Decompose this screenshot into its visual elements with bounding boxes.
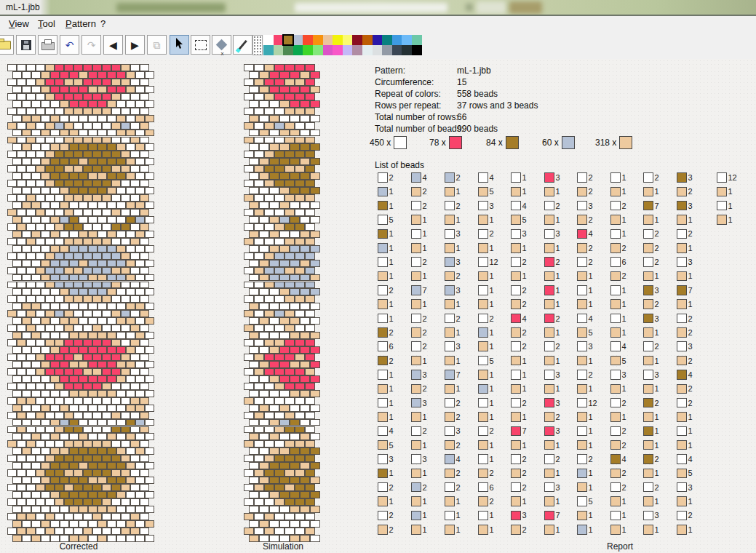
bead-cell[interactable] bbox=[69, 143, 79, 151]
bead-cell[interactable] bbox=[305, 339, 315, 346]
bead-cell[interactable] bbox=[244, 93, 254, 100]
bead-cell[interactable] bbox=[300, 390, 310, 397]
bead-cell[interactable] bbox=[126, 216, 135, 223]
bead-cell[interactable] bbox=[305, 426, 315, 434]
bead-cell[interactable] bbox=[69, 332, 79, 339]
bead-cell[interactable] bbox=[41, 158, 50, 165]
bead-cell[interactable] bbox=[55, 209, 64, 216]
bead-cell[interactable] bbox=[22, 332, 31, 339]
bead-cell[interactable] bbox=[259, 419, 269, 426]
bead-cell[interactable] bbox=[31, 419, 41, 426]
bead-cell[interactable] bbox=[285, 325, 295, 332]
bead-cell[interactable] bbox=[116, 231, 126, 238]
bead-cell[interactable] bbox=[17, 64, 26, 71]
bead-cell[interactable] bbox=[22, 535, 31, 542]
bead-cell[interactable] bbox=[45, 93, 55, 100]
bead-cell[interactable] bbox=[107, 71, 116, 79]
bead-cell[interactable] bbox=[26, 383, 36, 390]
bead-cell[interactable] bbox=[295, 397, 305, 405]
bead-cell[interactable] bbox=[285, 137, 295, 144]
bead-cell[interactable] bbox=[83, 151, 92, 158]
bead-cell[interactable] bbox=[45, 108, 55, 115]
palette-swatch[interactable] bbox=[382, 45, 392, 55]
bead-cell[interactable] bbox=[26, 455, 36, 462]
bead-cell[interactable] bbox=[244, 295, 254, 303]
bead-cell[interactable] bbox=[274, 282, 285, 289]
bead-cell[interactable] bbox=[12, 216, 22, 223]
bead-cell[interactable] bbox=[88, 462, 98, 469]
bead-cell[interactable] bbox=[126, 361, 135, 368]
bead-cell[interactable] bbox=[295, 426, 305, 434]
bead-cell[interactable] bbox=[60, 274, 69, 282]
bead-cell[interactable] bbox=[264, 412, 274, 419]
bead-cell[interactable] bbox=[111, 137, 121, 144]
bead-cell[interactable] bbox=[249, 71, 259, 79]
bead-cell[interactable] bbox=[295, 528, 305, 535]
bead-cell[interactable] bbox=[264, 368, 274, 375]
bead-cell[interactable] bbox=[305, 354, 315, 361]
bead-cell[interactable] bbox=[92, 383, 102, 390]
bead-cell[interactable] bbox=[249, 433, 259, 440]
bead-cell[interactable] bbox=[121, 383, 130, 390]
bead-cell[interactable] bbox=[50, 346, 60, 354]
bead-cell[interactable] bbox=[98, 390, 107, 397]
bead-cell[interactable] bbox=[244, 238, 254, 245]
bead-cell[interactable] bbox=[111, 368, 121, 375]
bead-cell[interactable] bbox=[244, 397, 254, 405]
bead-cell[interactable] bbox=[107, 172, 116, 180]
bead-cell[interactable] bbox=[269, 447, 279, 455]
bead-cell[interactable] bbox=[98, 506, 107, 513]
bead-cell[interactable] bbox=[83, 528, 92, 535]
bead-cell[interactable] bbox=[83, 412, 92, 419]
bead-cell[interactable] bbox=[83, 252, 92, 260]
bead-cell[interactable] bbox=[107, 202, 116, 209]
bead-cell[interactable] bbox=[135, 143, 145, 151]
bead-cell[interactable] bbox=[17, 383, 26, 390]
bead-cell[interactable] bbox=[269, 245, 279, 252]
bead-cell[interactable] bbox=[145, 303, 154, 310]
bead-cell[interactable] bbox=[31, 143, 41, 151]
bead-cell[interactable] bbox=[126, 274, 135, 282]
bead-cell[interactable] bbox=[135, 245, 145, 252]
bead-cell[interactable] bbox=[111, 325, 121, 332]
bead-cell[interactable] bbox=[259, 260, 269, 267]
bead-cell[interactable] bbox=[88, 274, 98, 282]
bead-cell[interactable] bbox=[36, 64, 45, 71]
bead-cell[interactable] bbox=[135, 332, 145, 339]
bead-cell[interactable] bbox=[41, 346, 50, 354]
bead-cell[interactable] bbox=[130, 455, 140, 462]
select-tool-button[interactable] bbox=[191, 35, 210, 55]
bead-cell[interactable] bbox=[279, 143, 290, 151]
bead-cell[interactable] bbox=[244, 64, 254, 71]
bead-cell[interactable] bbox=[22, 303, 31, 310]
bead-cell[interactable] bbox=[130, 397, 140, 405]
bead-cell[interactable] bbox=[41, 375, 50, 383]
bead-cell[interactable] bbox=[310, 375, 320, 383]
bead-cell[interactable] bbox=[88, 346, 98, 354]
bead-cell[interactable] bbox=[88, 332, 98, 339]
bead-cell[interactable] bbox=[98, 115, 107, 122]
bead-cell[interactable] bbox=[60, 462, 69, 469]
bead-cell[interactable] bbox=[55, 64, 64, 71]
bead-cell[interactable] bbox=[17, 339, 26, 346]
bead-cell[interactable] bbox=[285, 455, 295, 462]
bead-cell[interactable] bbox=[135, 260, 145, 267]
bead-cell[interactable] bbox=[64, 325, 73, 332]
bead-cell[interactable] bbox=[116, 462, 126, 469]
bead-cell[interactable] bbox=[45, 498, 55, 506]
bead-cell[interactable] bbox=[130, 513, 140, 520]
bead-cell[interactable] bbox=[73, 209, 83, 216]
bead-cell[interactable] bbox=[102, 339, 111, 346]
bead-cell[interactable] bbox=[300, 158, 310, 165]
bead-cell[interactable] bbox=[254, 165, 264, 172]
bead-cell[interactable] bbox=[290, 274, 300, 282]
bead-cell[interactable] bbox=[88, 172, 98, 180]
bead-cell[interactable] bbox=[244, 528, 254, 535]
bead-cell[interactable] bbox=[140, 440, 149, 447]
bead-cell[interactable] bbox=[285, 252, 295, 260]
bead-cell[interactable] bbox=[274, 151, 285, 158]
bead-cell[interactable] bbox=[102, 426, 111, 434]
bead-cell[interactable] bbox=[254, 93, 264, 100]
bead-cell[interactable] bbox=[111, 252, 121, 260]
bead-cell[interactable] bbox=[310, 172, 320, 180]
